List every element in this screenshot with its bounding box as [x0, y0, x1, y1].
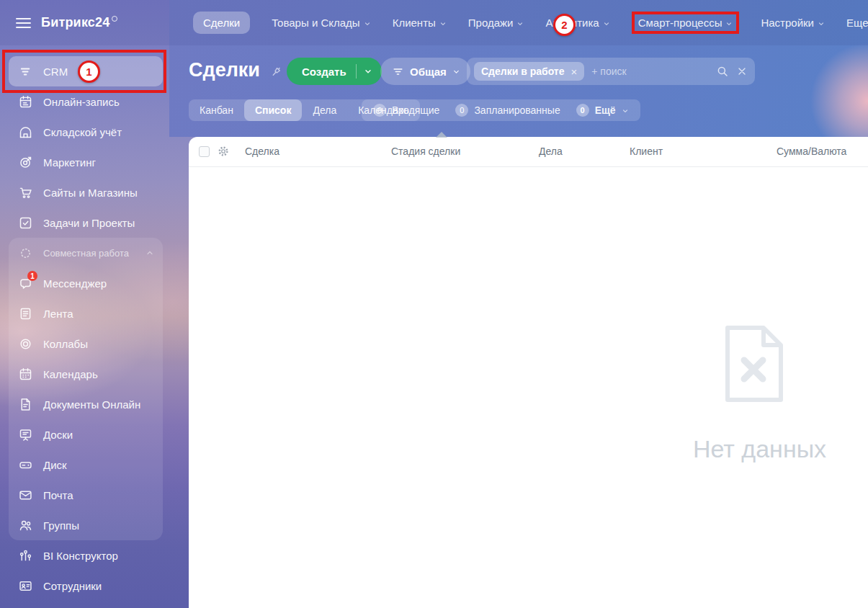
target-arrow-icon [17, 154, 33, 170]
sidebar-item-label: Коллабы [43, 338, 88, 350]
calendar-note-icon [17, 94, 33, 109]
annotation-callout-2: 2 [553, 14, 576, 36]
hamburger-menu-icon[interactable] [16, 15, 31, 31]
sidebar-item-employees[interactable]: Сотрудники [9, 571, 163, 601]
counters-bar: 0 Входящие 0 Запланированные 0 Ещё [362, 99, 640, 121]
shopping-cart-icon [17, 184, 33, 200]
chevron-down-icon [452, 68, 460, 76]
app-logo[interactable]: Битрикс24 [41, 15, 117, 30]
sidebar-item-bi-builder[interactable]: BI Конструктор [9, 540, 163, 571]
sidebar-item-groups[interactable]: Группы [9, 510, 163, 540]
chevron-down-icon [622, 107, 629, 115]
sidebar-item-label: Сайты и Магазины [43, 187, 138, 199]
search-input[interactable]: + поиск [591, 66, 716, 77]
sidebar-item-label: Почта [43, 489, 73, 501]
feed-doc-icon [17, 305, 33, 321]
column-header-stage[interactable]: Стадия сделки [391, 146, 460, 157]
sidebar-item-label: Доски [43, 429, 73, 441]
sidebar-item-label: CRM [43, 66, 68, 78]
funnel-selector-button[interactable]: Общая [380, 58, 470, 85]
bar-chart-icon [17, 547, 33, 563]
tab-activities[interactable]: Дела [302, 99, 347, 121]
counter-more[interactable]: 0 Ещё [576, 104, 629, 117]
funnel-icon [392, 66, 404, 78]
top-navigation: Сделки Товары и Склады Клиенты Продажи А… [193, 0, 868, 45]
search-icon[interactable] [716, 65, 729, 78]
envelope-icon [17, 487, 33, 503]
nav-item-products[interactable]: Товары и Склады [272, 17, 371, 29]
nav-item-sales[interactable]: Продажи [468, 17, 524, 29]
chevron-up-icon[interactable] [146, 249, 154, 257]
document-icon [17, 396, 33, 412]
create-button[interactable]: Создать [287, 58, 382, 85]
search-filter-chip[interactable]: Сделки в работе × [474, 62, 584, 81]
chevron-down-icon[interactable] [364, 67, 372, 76]
warehouse-icon [17, 124, 33, 140]
sidebar: CRM Онлайн-запись Складской учёт Маркети… [9, 56, 163, 601]
sidebar-item-collabs[interactable]: Коллабы [9, 328, 163, 359]
select-all-checkbox[interactable] [199, 146, 210, 157]
tab-kanban[interactable]: Канбан [189, 99, 244, 121]
sidebar-item-documents[interactable]: Документы Онлайн [9, 389, 163, 419]
calendar-icon [17, 366, 33, 382]
counter-badge: 0 [455, 104, 468, 117]
counter-label: Ещё [595, 104, 616, 116]
grid-settings-gear-icon[interactable] [217, 145, 230, 161]
sidebar-item-label: Мессенджер [43, 277, 107, 290]
counter-label: Входящие [392, 104, 439, 116]
messenger-badge: 1 [27, 271, 37, 281]
bitrix24-crm-window: Битрикс24 Сделки Товары и Склады Клиенты… [0, 0, 868, 608]
search-clear-icon[interactable] [736, 66, 748, 77]
annotation-callout-1: 1 [78, 61, 100, 83]
column-header-activities[interactable]: Дела [539, 146, 563, 157]
nav-item-clients[interactable]: Клиенты [393, 17, 447, 29]
nav-item-deals[interactable]: Сделки [193, 12, 250, 34]
id-card-icon [17, 578, 33, 594]
funnel-selector-label: Общая [410, 66, 447, 78]
logo-reg-icon [112, 16, 117, 22]
chip-remove-icon[interactable]: × [571, 66, 578, 78]
topbar-left: Битрикс24 [0, 0, 169, 45]
page-title: Сделки [189, 59, 260, 81]
sidebar-item-label: Календарь [43, 368, 98, 380]
sidebar-item-messenger[interactable]: 1 Мессенджер [9, 268, 163, 298]
counter-planned[interactable]: 0 Запланированные [455, 104, 560, 117]
chevron-down-icon [364, 20, 371, 27]
column-header-client[interactable]: Клиент [630, 146, 663, 157]
sidebar-item-boards[interactable]: Доски [9, 419, 163, 450]
nav-item-settings[interactable]: Настройки [761, 17, 825, 29]
chevron-down-icon [818, 20, 825, 27]
sidebar-item-tasks-projects[interactable]: Задачи и Проекты [9, 207, 163, 238]
sidebar-item-label: BI Конструктор [43, 550, 118, 562]
nav-item-smart-processes[interactable]: Смарт-процессы [632, 12, 740, 34]
app-logo-text: Битрикс24 [41, 15, 109, 30]
counter-incoming[interactable]: 0 Входящие [373, 104, 439, 117]
sidebar-group-header[interactable]: Совместная работа [9, 238, 163, 268]
concentric-circles-icon [17, 336, 33, 352]
sidebar-item-label: Диск [43, 459, 67, 471]
sidebar-item-label: Маркетинг [43, 156, 96, 169]
column-header-deal[interactable]: Сделка [245, 146, 279, 157]
sidebar-item-inventory[interactable]: Складской учёт [9, 117, 163, 147]
sidebar-item-label: Документы Онлайн [43, 398, 140, 411]
table-header: Сделка Стадия сделки Дела Клиент Сумма/В… [189, 137, 868, 167]
search-bar[interactable]: Сделки в работе × + поиск [467, 58, 755, 85]
pin-icon[interactable] [269, 65, 283, 79]
sidebar-item-sites-stores[interactable]: Сайты и Магазины [9, 177, 163, 207]
sidebar-item-drive[interactable]: Диск [9, 450, 163, 480]
nav-item-more[interactable]: Еще [846, 17, 868, 29]
sidebar-item-mail[interactable]: Почта [9, 480, 163, 510]
sidebar-item-calendar[interactable]: Календарь [9, 359, 163, 389]
counter-label: Запланированные [474, 104, 560, 116]
search-filter-chip-label: Сделки в работе [481, 66, 565, 77]
sidebar-item-online-booking[interactable]: Онлайн-запись [9, 86, 163, 117]
task-check-icon [17, 215, 33, 231]
column-header-amount[interactable]: Сумма/Валюта [777, 146, 846, 157]
counter-badge: 0 [373, 104, 386, 117]
tab-list[interactable]: Список [244, 99, 303, 121]
button-divider [356, 64, 357, 79]
crm-funnel-icon [17, 63, 33, 79]
sidebar-item-marketing[interactable]: Маркетинг [9, 147, 163, 177]
chevron-down-icon [439, 20, 447, 27]
sidebar-item-feed[interactable]: Лента [9, 298, 163, 328]
